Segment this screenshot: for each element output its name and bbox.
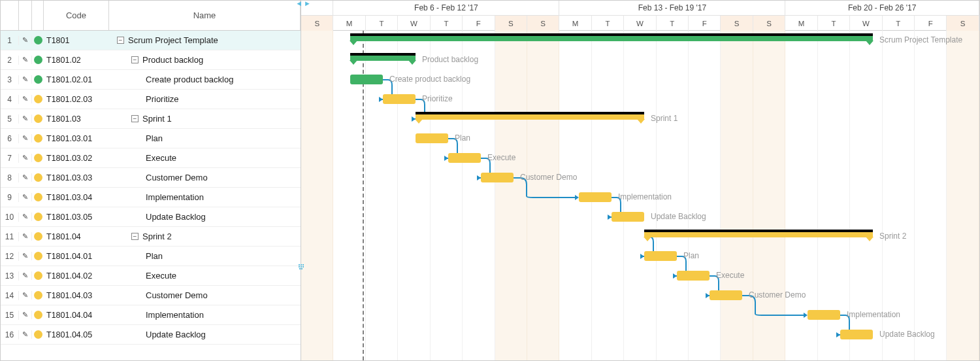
day-cell[interactable]: M — [333, 16, 365, 31]
task-name-cell[interactable]: Create product backlog — [109, 75, 301, 84]
day-cell[interactable]: T — [592, 16, 624, 31]
gantt-body[interactable]: Scrum Project TemplateProduct backlogCre… — [301, 31, 979, 360]
edit-icon[interactable]: ✎ — [19, 56, 32, 64]
column-status-header[interactable] — [32, 1, 44, 30]
task-name-cell[interactable]: Plan — [109, 251, 301, 261]
collapse-left-icon[interactable]: ◄ — [295, 0, 302, 7]
task-code[interactable]: T1801.04 — [44, 232, 109, 241]
edit-icon[interactable]: ✎ — [19, 173, 32, 182]
gantt-row[interactable]: Plan — [301, 247, 979, 266]
edit-icon[interactable]: ✎ — [19, 252, 32, 260]
task-code[interactable]: T1801.03.03 — [44, 173, 109, 182]
week-cell[interactable]: Feb 20 - Feb 26 '17 — [785, 1, 979, 15]
task-row[interactable]: 4✎T1801.02.03Prioritize — [1, 90, 301, 109]
gantt-row[interactable]: Implementation — [301, 188, 979, 207]
day-cell[interactable]: M — [559, 16, 591, 31]
task-code[interactable]: T1801.04.02 — [44, 271, 109, 281]
task-name-cell[interactable]: Customer Demo — [109, 173, 301, 182]
column-edit-header[interactable] — [19, 1, 32, 30]
week-cell[interactable]: Feb 13 - Feb 19 '17 — [559, 1, 785, 15]
column-name-header[interactable]: Name — [109, 1, 301, 30]
task-row[interactable]: 10✎T1801.03.05Update Backlog — [1, 207, 301, 227]
task-code[interactable]: T1801 — [44, 36, 109, 45]
task-row[interactable]: 15✎T1801.04.04Implementation — [1, 305, 301, 325]
summary-bar[interactable] — [350, 56, 416, 61]
gantt-row[interactable]: Plan — [301, 129, 979, 148]
task-code[interactable]: T1801.02 — [44, 56, 109, 65]
day-cell[interactable]: T — [883, 16, 915, 31]
task-name-cell[interactable]: Implementation — [109, 192, 301, 202]
gantt-row[interactable]: Execute — [301, 148, 979, 168]
task-name-cell[interactable]: Prioritize — [109, 94, 301, 104]
task-bar[interactable] — [448, 153, 481, 163]
gantt-row[interactable]: Execute — [301, 266, 979, 286]
edit-icon[interactable]: ✎ — [19, 134, 32, 143]
task-row[interactable]: 9✎T1801.03.04Implementation — [1, 188, 301, 207]
gantt-row[interactable]: Customer Demo — [301, 168, 979, 188]
expand-right-icon[interactable]: ► — [304, 0, 311, 7]
task-name-cell[interactable]: Update Backlog — [109, 330, 301, 339]
gantt-row[interactable]: Scrum Project Template — [301, 31, 979, 50]
column-code-header[interactable]: Code — [44, 1, 109, 30]
edit-icon[interactable]: ✎ — [19, 114, 32, 123]
splitter-grip[interactable] — [298, 259, 304, 275]
day-cell[interactable]: S — [301, 16, 333, 31]
task-bar[interactable] — [808, 310, 840, 320]
expand-toggle-icon[interactable]: − — [131, 233, 139, 240]
task-code[interactable]: T1801.03.02 — [44, 154, 109, 163]
day-cell[interactable]: F — [463, 16, 495, 31]
day-cell[interactable]: W — [624, 16, 656, 31]
task-row[interactable]: 5✎T1801.03−Sprint 1 — [1, 109, 301, 129]
gantt-row[interactable]: Sprint 2 — [301, 227, 979, 247]
task-name-cell[interactable]: −Sprint 2 — [109, 232, 301, 241]
task-row[interactable]: 7✎T1801.03.02Execute — [1, 148, 301, 168]
gantt-row[interactable]: Update Backlog — [301, 325, 979, 345]
task-bar[interactable] — [350, 75, 383, 84]
task-name-cell[interactable]: Execute — [109, 271, 301, 281]
day-cell[interactable]: M — [785, 16, 817, 31]
task-name-cell[interactable]: Customer Demo — [109, 290, 301, 300]
task-row[interactable]: 2✎T1801.02−Product backlog — [1, 50, 301, 70]
task-code[interactable]: T1801.03.05 — [44, 213, 109, 222]
task-name-cell[interactable]: Implementation — [109, 310, 301, 320]
day-cell[interactable]: S — [947, 16, 979, 31]
task-bar[interactable] — [416, 133, 448, 143]
day-cell[interactable]: W — [850, 16, 882, 31]
day-cell[interactable]: S — [721, 16, 753, 31]
edit-icon[interactable]: ✎ — [19, 330, 32, 339]
gantt-row[interactable]: Product backlog — [301, 50, 979, 70]
task-row[interactable]: 12✎T1801.04.01Plan — [1, 247, 301, 266]
day-cell[interactable]: T — [818, 16, 850, 31]
summary-bar[interactable] — [416, 114, 644, 120]
task-bar[interactable] — [481, 173, 514, 182]
week-cell[interactable]: Feb 6 - Feb 12 '17 — [333, 1, 559, 15]
gantt-row[interactable]: Customer Demo — [301, 286, 979, 305]
day-cell[interactable]: S — [753, 16, 785, 31]
expand-toggle-icon[interactable]: − — [131, 56, 139, 63]
task-name-cell[interactable]: Plan — [109, 133, 301, 143]
task-bar[interactable] — [383, 94, 416, 104]
task-row[interactable]: 11✎T1801.04−Sprint 2 — [1, 227, 301, 247]
task-name-cell[interactable]: −Scrum Project Template — [109, 35, 301, 45]
task-code[interactable]: T1801.04.03 — [44, 291, 109, 300]
gantt-row[interactable]: Implementation — [301, 305, 979, 325]
day-cell[interactable]: W — [398, 16, 430, 31]
task-row[interactable]: 8✎T1801.03.03Customer Demo — [1, 168, 301, 188]
task-code[interactable]: T1801.03.04 — [44, 193, 109, 202]
edit-icon[interactable]: ✎ — [19, 311, 32, 319]
gantt-row[interactable]: Sprint 1 — [301, 109, 979, 129]
task-bar[interactable] — [644, 251, 677, 261]
gantt-row[interactable]: Create product backlog — [301, 70, 979, 90]
task-row[interactable]: 6✎T1801.03.01Plan — [1, 129, 301, 148]
edit-icon[interactable]: ✎ — [19, 271, 32, 280]
gantt-row[interactable]: Prioritize — [301, 90, 979, 109]
task-name-cell[interactable]: Update Backlog — [109, 212, 301, 222]
task-row[interactable]: 13✎T1801.04.02Execute — [1, 266, 301, 286]
task-row[interactable]: 14✎T1801.04.03Customer Demo — [1, 286, 301, 305]
splitter-handle[interactable]: ◄ ► — [295, 0, 311, 7]
column-number-header[interactable] — [1, 1, 19, 30]
task-code[interactable]: T1801.04.04 — [44, 311, 109, 320]
task-bar[interactable] — [612, 212, 644, 222]
task-row[interactable]: 16✎T1801.04.05Update Backlog — [1, 325, 301, 345]
expand-toggle-icon[interactable]: − — [117, 37, 124, 44]
